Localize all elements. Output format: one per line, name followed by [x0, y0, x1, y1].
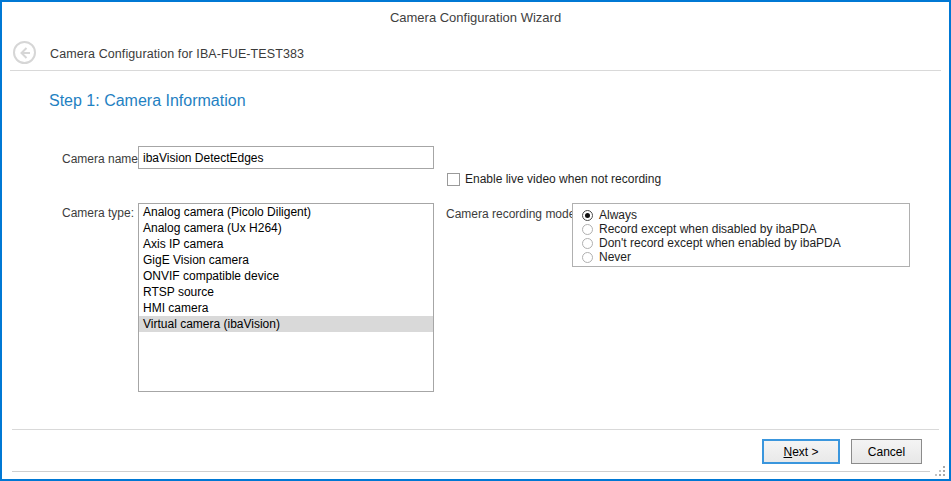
list-item[interactable]: Analog camera (Picolo Diligent) [139, 204, 433, 220]
radio-option[interactable]: Never [582, 250, 909, 264]
header-separator [10, 70, 941, 71]
back-button[interactable] [13, 41, 36, 64]
camera-type-listbox[interactable]: Analog camera (Picolo Diligent)Analog ca… [138, 203, 434, 392]
radio-option-label: Record except when disabled by ibaPDA [599, 222, 816, 236]
radio-icon[interactable] [582, 210, 593, 221]
live-video-checkbox-row[interactable]: Enable live video when not recording [447, 172, 661, 186]
radio-option[interactable]: Record except when disabled by ibaPDA [582, 222, 909, 236]
next-button[interactable]: Next > [762, 439, 840, 464]
radio-option[interactable]: Don't record except when enabled by ibaP… [582, 236, 909, 250]
step-title: Step 1: Camera Information [49, 92, 246, 110]
live-video-checkbox-label: Enable live video when not recording [465, 172, 661, 186]
list-item[interactable]: Virtual camera (ibaVision) [139, 316, 433, 332]
list-item[interactable]: Axis IP camera [139, 236, 433, 252]
list-item[interactable]: Analog camera (Ux H264) [139, 220, 433, 236]
checkbox-icon[interactable] [447, 173, 460, 186]
camera-configuration-wizard-window: Camera Configuration Wizard Camera Confi… [0, 0, 951, 481]
recording-mode-label: Camera recording mode: [446, 207, 579, 221]
radio-icon[interactable] [582, 224, 593, 235]
camera-type-label: Camera type: [62, 206, 134, 220]
radio-option[interactable]: Always [582, 208, 909, 222]
camera-name-input[interactable] [138, 146, 434, 169]
back-arrow-icon [19, 47, 31, 59]
list-item[interactable]: HMI camera [139, 300, 433, 316]
resize-grip-icon[interactable] [935, 466, 946, 477]
radio-option-label: Don't record except when enabled by ibaP… [599, 236, 841, 250]
camera-name-label: Camera name: [62, 152, 141, 166]
recording-mode-group: AlwaysRecord except when disabled by iba… [572, 203, 910, 267]
radio-option-label: Never [599, 250, 631, 264]
next-button-accelerator: N [783, 445, 792, 459]
window-title: Camera Configuration Wizard [2, 10, 949, 25]
radio-option-label: Always [599, 208, 637, 222]
list-item[interactable]: GigE Vision camera [139, 252, 433, 268]
radio-icon[interactable] [582, 252, 593, 263]
radio-icon[interactable] [582, 238, 593, 249]
cancel-button[interactable]: Cancel [851, 439, 922, 464]
header-title: Camera Configuration for IBA-FUE-TEST383 [50, 47, 304, 61]
next-button-label: ext > [792, 445, 818, 459]
statusbar-separator [12, 471, 930, 472]
list-item[interactable]: RTSP source [139, 284, 433, 300]
cancel-button-label: Cancel [868, 445, 905, 459]
footer-separator [12, 429, 939, 430]
list-item[interactable]: ONVIF compatible device [139, 268, 433, 284]
